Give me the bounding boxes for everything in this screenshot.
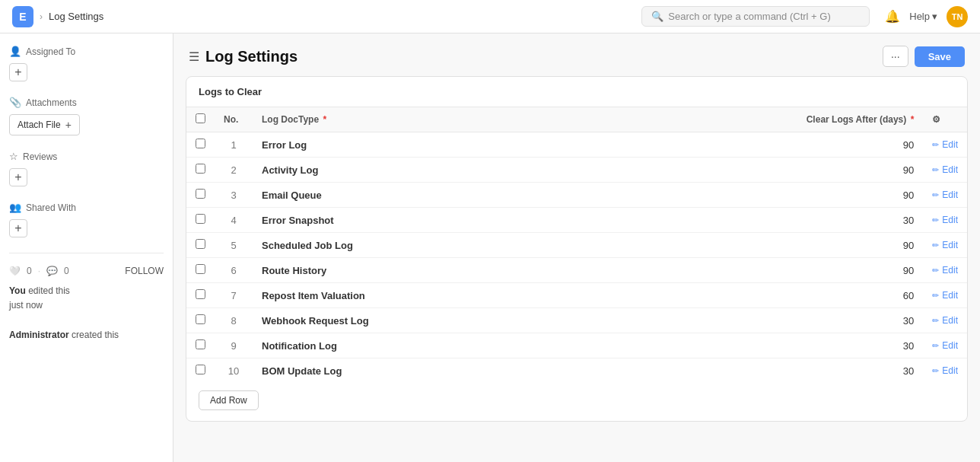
edit-button-8[interactable]: ✏ Edit <box>932 315 958 326</box>
edit-icon: ✏ <box>932 190 939 200</box>
row-checkbox-8[interactable] <box>196 314 205 324</box>
more-options-button[interactable]: ··· <box>883 46 908 67</box>
row-checkbox-10[interactable] <box>196 365 205 374</box>
edit-button-10[interactable]: ✏ Edit <box>932 365 958 376</box>
add-row-button[interactable]: Add Row <box>199 390 259 410</box>
sidebar-reactions: 🤍 0 · 💬 0 FOLLOW <box>9 266 164 276</box>
required-marker-doctype: * <box>323 114 326 125</box>
row-checkbox-cell <box>186 308 215 333</box>
edit-button-5[interactable]: ✏ Edit <box>932 240 958 250</box>
shared-with-title: 👥 Shared With <box>9 202 164 213</box>
notifications-bell-icon[interactable]: 🔔 <box>885 9 900 24</box>
edit-icon: ✏ <box>932 291 939 301</box>
page-container: 👤 Assigned To + 📎 Attachments Attach Fil… <box>0 33 980 462</box>
row-doctype-5: Scheduled Job Log <box>253 233 587 258</box>
row-edit-cell-7: ✏ Edit <box>923 283 967 308</box>
edit-button-2[interactable]: ✏ Edit <box>932 164 958 175</box>
topnav-actions: 🔔 Help ▾ TN <box>885 6 968 27</box>
edit-icon: ✏ <box>932 316 939 326</box>
row-clear-after-9: 30 <box>587 333 923 358</box>
row-no-10: 10 <box>215 358 253 384</box>
row-checkbox-cell <box>186 258 215 283</box>
row-clear-after-1: 90 <box>587 132 923 158</box>
edit-button-7[interactable]: ✏ Edit <box>932 290 958 301</box>
page-header: ☰ Log Settings ··· Save <box>173 33 980 76</box>
col-header-log-doctype: Log DocType * <box>253 107 587 132</box>
row-doctype-2: Activity Log <box>253 158 587 183</box>
add-review-button[interactable]: + <box>9 168 27 186</box>
comments-count: 0 <box>64 266 69 276</box>
row-edit-cell-4: ✏ Edit <box>923 208 967 233</box>
row-edit-cell-6: ✏ Edit <box>923 258 967 283</box>
user-icon: 👤 <box>9 46 21 57</box>
row-doctype-9: Notification Log <box>253 333 587 358</box>
row-no-1: 1 <box>215 132 253 158</box>
table-header: No. Log DocType * Clear Logs After (days… <box>186 107 967 132</box>
row-checkbox-cell <box>186 183 215 208</box>
user-avatar[interactable]: TN <box>947 6 968 27</box>
table-header-row: No. Log DocType * Clear Logs After (days… <box>186 107 967 132</box>
row-doctype-10: BOM Update Log <box>253 358 587 384</box>
edit-button-9[interactable]: ✏ Edit <box>932 340 958 351</box>
activity-time: just now <box>9 300 43 311</box>
search-placeholder-text: Search or type a command (Ctrl + G) <box>668 11 831 22</box>
edit-button-6[interactable]: ✏ Edit <box>932 265 958 276</box>
activity-admin: Administrator <box>9 330 69 340</box>
row-doctype-7: Repost Item Valuation <box>253 283 587 308</box>
attach-file-button[interactable]: Attach File + <box>9 114 80 135</box>
edit-button-4[interactable]: ✏ Edit <box>932 215 958 225</box>
attachments-section: 📎 Attachments Attach File + <box>9 97 164 135</box>
like-icon[interactable]: 🤍 <box>9 266 21 276</box>
table-section-title: Logs to Clear <box>186 77 967 107</box>
activity-created: created this <box>72 330 119 340</box>
activity-action: edited this <box>28 285 70 296</box>
add-assigned-to-button[interactable]: + <box>9 63 27 81</box>
assigned-to-section: 👤 Assigned To + <box>9 46 164 81</box>
page-header-left: ☰ Log Settings <box>189 48 298 65</box>
breadcrumb-page-label: Log Settings <box>49 11 103 22</box>
select-all-checkbox[interactable] <box>196 113 205 123</box>
edit-button-1[interactable]: ✏ Edit <box>932 139 958 150</box>
gear-icon[interactable]: ⚙ <box>932 114 940 125</box>
row-clear-after-2: 90 <box>587 158 923 183</box>
help-menu[interactable]: Help ▾ <box>909 11 937 22</box>
row-checkbox-1[interactable] <box>196 139 205 148</box>
save-button[interactable]: Save <box>915 46 965 67</box>
row-edit-cell-10: ✏ Edit <box>923 358 967 384</box>
paperclip-icon: 📎 <box>9 97 21 108</box>
row-checkbox-3[interactable] <box>196 189 205 199</box>
plus-icon: + <box>65 119 72 131</box>
table-row: 9 Notification Log 30 ✏ Edit <box>186 333 967 358</box>
col-header-no: No. <box>215 107 253 132</box>
reviews-title: ☆ Reviews <box>9 151 164 162</box>
select-all-header <box>186 107 215 132</box>
row-clear-after-7: 60 <box>587 283 923 308</box>
add-shared-with-button[interactable]: + <box>9 219 27 237</box>
row-checkbox-6[interactable] <box>196 264 205 274</box>
activity-log: You edited this just now Administrator c… <box>9 284 164 343</box>
likes-count: 0 <box>27 266 32 276</box>
top-navigation: E › Log Settings 🔍 Search or type a comm… <box>0 0 980 33</box>
breadcrumb-chevron: › <box>40 11 43 22</box>
row-checkbox-7[interactable] <box>196 289 205 299</box>
attach-file-label: Attach File <box>18 119 61 130</box>
main-content: ☰ Log Settings ··· Save Logs to Clear No… <box>173 33 980 462</box>
search-icon: 🔍 <box>651 11 663 22</box>
row-checkbox-4[interactable] <box>196 214 205 224</box>
attachments-title: 📎 Attachments <box>9 97 164 108</box>
row-checkbox-9[interactable] <box>196 339 205 349</box>
follow-button[interactable]: FOLLOW <box>125 266 164 276</box>
row-clear-after-10: 30 <box>587 358 923 384</box>
row-checkbox-2[interactable] <box>196 164 205 174</box>
row-checkbox-5[interactable] <box>196 239 205 249</box>
row-no-2: 2 <box>215 158 253 183</box>
page-header-actions: ··· Save <box>883 46 965 67</box>
edit-label: Edit <box>942 139 958 150</box>
edit-icon: ✏ <box>932 341 939 351</box>
edit-button-3[interactable]: ✏ Edit <box>932 190 958 200</box>
comment-icon[interactable]: 💬 <box>46 266 58 276</box>
sidebar-toggle-icon[interactable]: ☰ <box>189 49 199 64</box>
row-edit-cell-5: ✏ Edit <box>923 233 967 258</box>
row-edit-cell-9: ✏ Edit <box>923 333 967 358</box>
global-search[interactable]: 🔍 Search or type a command (Ctrl + G) <box>641 6 870 27</box>
